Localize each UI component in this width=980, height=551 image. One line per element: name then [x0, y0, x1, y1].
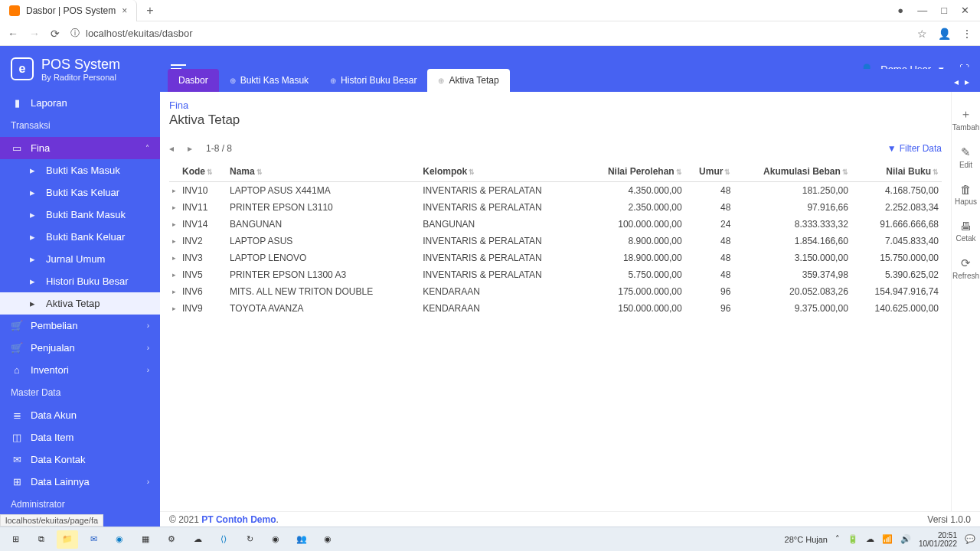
cloud-icon[interactable]: ☁	[866, 534, 874, 544]
col-nilai[interactable]: Nilai Perolehan⇅	[581, 161, 684, 182]
table-row[interactable]: ▸ INV6 MITS. ALL NEW TRITON DOUBLE KENDA…	[169, 283, 942, 300]
notification-icon[interactable]: 💬	[965, 534, 975, 544]
menu-icon[interactable]: ⋮	[962, 28, 972, 40]
sidebar-item-penjualan[interactable]: 🛒Penjualan›	[0, 337, 160, 359]
star-icon[interactable]: ☆	[917, 28, 927, 40]
close-window-icon[interactable]: ✕	[961, 5, 969, 16]
minimize-icon[interactable]: —	[917, 5, 927, 16]
vscode-icon[interactable]: ⟨⟩	[213, 530, 234, 549]
tray-chevron-icon[interactable]: ˄	[835, 534, 840, 544]
info-icon: ⓘ	[70, 27, 80, 40]
sidebar-item-data-kontak[interactable]: ✉Data Kontak	[0, 448, 160, 471]
cell-nama: TOYOTA AVANZA	[227, 300, 420, 317]
battery-icon[interactable]: 🔋	[848, 534, 858, 544]
chrome-icon[interactable]: ◉	[265, 530, 286, 549]
sidebar-item-fina[interactable]: ▭Fina˄	[0, 137, 160, 159]
expand-icon[interactable]: ▸	[169, 249, 179, 266]
tab-aktiva-tetap[interactable]: ⊕Aktiva Tetap	[427, 69, 509, 92]
edit-button[interactable]: ✎Edit	[959, 145, 972, 169]
reload-button[interactable]: ⟳	[51, 28, 60, 40]
table-row[interactable]: ▸ INV11 PRINTER EPSON L3110 INVENTARIS &…	[169, 199, 942, 216]
table-row[interactable]: ▸ INV10 LAPTOP ASUS X441MA INVENTARIS & …	[169, 182, 942, 200]
tab-dasbor[interactable]: Dasbor	[168, 69, 219, 92]
cart-icon: 🛒	[11, 320, 23, 331]
expand-icon[interactable]: ▸	[169, 182, 179, 200]
expand-icon[interactable]: ▸	[169, 233, 179, 249]
sidebar-item-data-lainnya[interactable]: ⊞Data Lainnya›	[0, 471, 160, 493]
sidebar-item-aktiva-tetap[interactable]: ▸Aktiva Tetap	[0, 292, 160, 315]
browser-tab[interactable]: Dasbor | POS System ×	[0, 0, 137, 21]
sidebar-item-bukti-bank-keluar[interactable]: ▸Bukti Bank Keluar	[0, 226, 160, 248]
expand-icon[interactable]: ▸	[169, 300, 179, 317]
tab-next-icon[interactable]: ▸	[965, 77, 969, 87]
chrome-icon[interactable]: ◉	[317, 530, 338, 549]
sidebar-item-histori-buku-besar[interactable]: ▸Histori Buku Besar	[0, 270, 160, 292]
record-icon[interactable]: ●	[897, 5, 903, 16]
cell-nilai: 4.350.000,00	[581, 182, 684, 200]
close-icon[interactable]: ×	[122, 5, 127, 16]
brand[interactable]: e POS System By Raditor Personal	[0, 57, 160, 82]
table-row[interactable]: ▸ INV5 PRINTER EPSON L1300 A3 INVENTARIS…	[169, 266, 942, 283]
cell-nama: MITS. ALL NEW TRITON DOUBLE	[227, 283, 420, 300]
sidebar-item-bukti-bank-masuk[interactable]: ▸Bukti Bank Masuk	[0, 204, 160, 226]
edge-icon[interactable]: ◉	[109, 530, 130, 549]
expand-icon[interactable]: ▸	[169, 216, 179, 233]
breadcrumb[interactable]: Fina	[169, 99, 942, 111]
cell-kode: INV6	[179, 283, 227, 300]
hapus-button[interactable]: 🗑Hapus	[955, 183, 977, 206]
sidebar-item-jurnal-umum[interactable]: ▸Jurnal Umum	[0, 248, 160, 270]
page-prev-icon[interactable]: ◂	[169, 143, 174, 154]
outlook-icon[interactable]: ✉	[83, 530, 104, 549]
sidebar-item-pembelian[interactable]: 🛒Pembelian›	[0, 315, 160, 337]
filter-button[interactable]: ▼Filter Data	[887, 143, 942, 154]
url-box[interactable]: ⓘ localhost/ekuitas/dasbor	[70, 27, 906, 40]
new-tab-button[interactable]: +	[137, 4, 162, 18]
tab-histori-buku-besar[interactable]: ⊕Histori Buku Besar	[319, 69, 427, 92]
table-row[interactable]: ▸ INV3 LAPTOP LENOVO INVENTARIS & PERALA…	[169, 249, 942, 266]
sidebar-item-data-item[interactable]: ◫Data Item	[0, 426, 160, 448]
cell-nilai: 175.000.000,00	[581, 283, 684, 300]
sidebar-item-data-akun[interactable]: ≣Data Akun	[0, 404, 160, 426]
col-akumulasi[interactable]: Akumulasi Beban⇅	[733, 161, 851, 182]
app-icon[interactable]: ⚙	[161, 530, 182, 549]
cetak-button[interactable]: 🖶Cetak	[956, 220, 975, 243]
cell-umur: 48	[685, 182, 734, 200]
system-tray[interactable]: 28°C Hujan ˄ 🔋 ☁ 📶 🔊 20:51 10/01/2022 💬	[785, 531, 975, 548]
sidebar-item-laporan[interactable]: ▮Laporan	[0, 92, 160, 114]
volume-icon[interactable]: 🔊	[900, 534, 911, 544]
weather-widget[interactable]: 28°C Hujan	[785, 535, 828, 544]
app-icon[interactable]: ☁	[187, 530, 208, 549]
app-icon[interactable]: ↻	[239, 530, 260, 549]
app-icon[interactable]: ▦	[135, 530, 156, 549]
expand-icon[interactable]: ▸	[169, 283, 179, 300]
back-button[interactable]: ←	[8, 28, 18, 40]
wifi-icon[interactable]: 📶	[882, 534, 893, 544]
clock[interactable]: 20:51 10/01/2022	[919, 531, 957, 548]
col-kelompok[interactable]: Kelompok⇅	[420, 161, 581, 182]
table-row[interactable]: ▸ INV9 TOYOTA AVANZA KENDARAAN 150.000.0…	[169, 300, 942, 317]
tambah-button[interactable]: ＋Tambah	[952, 107, 980, 132]
sidebar-item-bukti-kas-masuk[interactable]: ▸Bukti Kas Masuk	[0, 159, 160, 181]
start-button[interactable]: ⊞	[5, 530, 26, 549]
col-umur[interactable]: Umur⇅	[685, 161, 734, 182]
profile-icon[interactable]: 👤	[938, 28, 951, 40]
tab-bukti-kas-masuk[interactable]: ⊕Bukti Kas Masuk	[219, 69, 319, 92]
col-kode[interactable]: Kode⇅	[179, 161, 227, 182]
page-next-icon[interactable]: ▸	[188, 143, 192, 154]
task-view-icon[interactable]: ⧉	[31, 530, 52, 549]
explorer-icon[interactable]: 📁	[57, 530, 78, 549]
refresh-button[interactable]: ⟳Refresh	[952, 256, 979, 280]
maximize-icon[interactable]: □	[941, 5, 947, 16]
col-nama[interactable]: Nama⇅	[227, 161, 420, 182]
expand-icon[interactable]: ▸	[169, 199, 179, 216]
sidebar-item-inventori[interactable]: ⌂Inventori›	[0, 359, 160, 381]
table-row[interactable]: ▸ INV2 LAPTOP ASUS INVENTARIS & PERALATA…	[169, 233, 942, 249]
cell-nama: LAPTOP ASUS	[227, 233, 420, 249]
col-buku[interactable]: Nilai Buku⇅	[851, 161, 942, 182]
tab-prev-icon[interactable]: ◂	[954, 77, 959, 87]
table-row[interactable]: ▸ INV14 BANGUNAN BANGUNAN 100.000.000,00…	[169, 216, 942, 233]
teams-icon[interactable]: 👥	[291, 530, 312, 549]
sidebar-item-bukti-kas-keluar[interactable]: ▸Bukti Kas Keluar	[0, 181, 160, 204]
expand-icon[interactable]: ▸	[169, 266, 179, 283]
forward-button[interactable]: →	[29, 28, 40, 40]
